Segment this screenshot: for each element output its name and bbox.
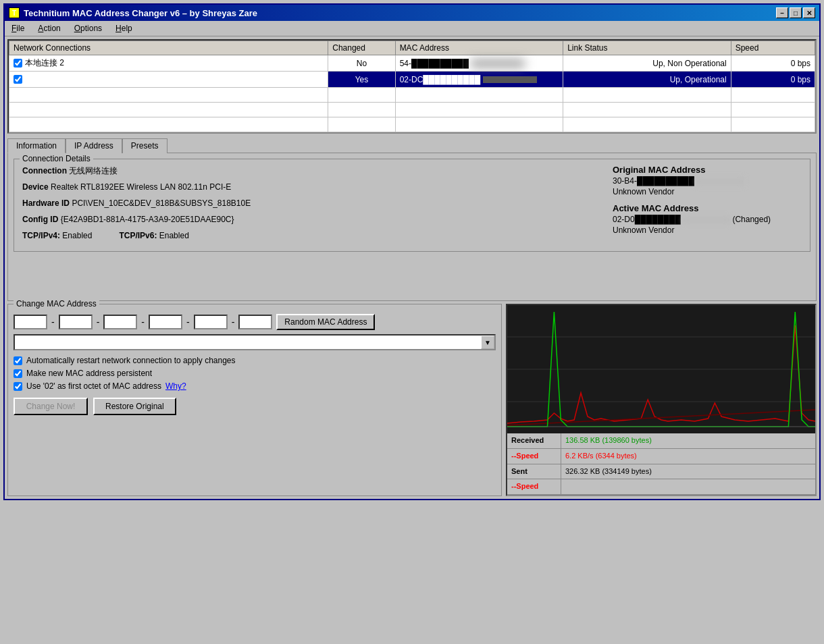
mac-input-row: - - - - - Random MAC Address xyxy=(14,314,496,330)
row1-name: 本地连接 2 xyxy=(9,55,328,72)
col-header-mac: MAC Address xyxy=(395,41,563,55)
network-table: Network Connections Changed MAC Address … xyxy=(9,41,815,132)
tcp-row: TCP/IPv4: Enabled TCP/IPv6: Enabled xyxy=(22,230,599,242)
menu-action[interactable]: Action xyxy=(34,22,64,34)
checkbox-persistent-row: Make new MAC address persistent xyxy=(14,369,496,378)
menu-help[interactable]: Help xyxy=(111,22,136,34)
details-group-title: Connection Details xyxy=(20,154,93,163)
sent-speed-value xyxy=(561,479,569,494)
tab-content: Connection Details Connection 无线网络连接 Dev… xyxy=(7,153,817,301)
sent-speed-label: --Speed xyxy=(507,479,561,494)
received-value: 136.58 KB (139860 bytes) xyxy=(561,433,656,448)
row1-mac: 54-██████████ xyxy=(395,55,563,72)
received-row: Received 136.58 KB (139860 bytes) xyxy=(507,433,815,449)
device-row: Device Realtek RTL8192EE Wireless LAN 80… xyxy=(22,181,599,193)
menu-options[interactable]: Options xyxy=(70,22,106,34)
config-id-row: Config ID {E42A9BD1-881A-4175-A3A9-20E51… xyxy=(22,213,599,225)
tabs-section: Information IP Address Presets Connectio… xyxy=(7,138,817,301)
menu-bar: File Action Options Help xyxy=(5,21,819,36)
connection-details-group: Connection Details Connection 无线网络连接 Dev… xyxy=(14,159,810,252)
active-vendor: Unknown Vendor xyxy=(613,225,802,235)
row1-checkbox[interactable] xyxy=(14,59,22,68)
graph-svg xyxy=(507,305,815,433)
mac-octet-4[interactable] xyxy=(149,315,182,329)
checkbox-auto-restart-label: Automatically restart network connection… xyxy=(26,356,236,365)
row2-checkbox[interactable] xyxy=(14,75,22,84)
row1-link: Up, Non Operational xyxy=(563,55,731,72)
restore-button[interactable]: □ xyxy=(790,7,802,18)
original-vendor: Unknown Vendor xyxy=(613,187,802,196)
preset-dropdown-wrapper: ▼ xyxy=(14,334,496,350)
col-header-speed: Speed xyxy=(731,41,815,55)
mac-octet-6[interactable] xyxy=(238,315,272,329)
col-header-connections: Network Connections xyxy=(9,41,328,55)
sent-value: 326.32 KB (334149 bytes) xyxy=(561,464,656,479)
checkbox-first-octet[interactable] xyxy=(14,382,22,391)
mac-sep-3: - xyxy=(141,317,145,327)
table-row[interactable]: 本地连接 2 No 54-██████████ Up, Non Operatio… xyxy=(9,55,815,72)
title-bar: T Technitium MAC Address Changer v6 – by… xyxy=(5,5,819,21)
received-speed-value: 6.2 KB/s (6344 bytes) xyxy=(561,449,641,464)
table-row[interactable]: 无线网络连接 Yes 02-DC██████████ Up, Operation… xyxy=(9,72,815,88)
received-speed-row: --Speed 6.2 KB/s (6344 bytes) xyxy=(507,449,815,464)
row2-mac: 02-DC██████████ xyxy=(395,72,563,88)
table-row-empty xyxy=(9,117,815,132)
close-button[interactable]: ✕ xyxy=(803,7,815,18)
sent-label: Sent xyxy=(507,464,561,479)
checkbox-persistent-label: Make new MAC address persistent xyxy=(26,369,152,378)
checkbox-auto-restart-row: Automatically restart network connection… xyxy=(14,356,496,365)
details-left: Connection 无线网络连接 Device Realtek RTL8192… xyxy=(22,165,599,246)
random-mac-button[interactable]: Random MAC Address xyxy=(276,314,375,330)
table-row-empty xyxy=(9,103,815,117)
table-row-empty xyxy=(9,88,815,103)
original-mac-title: Original MAC Address xyxy=(613,165,802,175)
bottom-section: Change MAC Address - - - - - Random MAC … xyxy=(7,304,817,496)
action-buttons: Change Now! Restore Original xyxy=(14,398,496,415)
tab-presets[interactable]: Presets xyxy=(122,138,168,153)
why-link[interactable]: Why? xyxy=(165,381,186,391)
tab-ip-address[interactable]: IP Address xyxy=(66,138,122,153)
sent-row: Sent 326.32 KB (334149 bytes) xyxy=(507,464,815,480)
connection-row: Connection 无线网络连接 xyxy=(22,165,599,177)
row1-speed: 0 bps xyxy=(731,55,815,72)
details-right: Original MAC Address 30-B4-██████████ Un… xyxy=(613,165,802,246)
mac-sep-4: - xyxy=(186,317,190,327)
checkbox-first-octet-row: Use '02' as first octet of MAC address W… xyxy=(14,381,496,391)
active-mac-title: Active MAC Address xyxy=(613,203,802,213)
tab-information[interactable]: Information xyxy=(7,138,66,153)
sent-speed-row: --Speed xyxy=(507,479,815,495)
graph-stats: Received 136.58 KB (139860 bytes) --Spee… xyxy=(507,433,815,495)
window-title: Technitium MAC Address Changer v6 – by S… xyxy=(24,8,257,18)
received-label: Received xyxy=(507,433,561,448)
row2-link: Up, Operational xyxy=(563,72,731,88)
title-bar-left: T Technitium MAC Address Changer v6 – by… xyxy=(9,7,257,18)
main-window: T Technitium MAC Address Changer v6 – by… xyxy=(3,3,821,500)
mac-sep-1: - xyxy=(51,317,55,327)
graph-section: Received 136.58 KB (139860 bytes) --Spee… xyxy=(506,304,817,496)
mac-octet-1[interactable] xyxy=(14,315,47,329)
preset-dropdown-row: ▼ xyxy=(14,334,496,350)
network-table-container: Network Connections Changed MAC Address … xyxy=(7,39,817,134)
row2-name: 无线网络连接 xyxy=(9,72,328,88)
checkbox-auto-restart[interactable] xyxy=(14,356,22,365)
mac-sep-2: - xyxy=(97,317,100,327)
checkbox-persistent[interactable] xyxy=(14,369,22,378)
details-layout: Connection 无线网络连接 Device Realtek RTL8192… xyxy=(22,165,802,246)
col-header-changed: Changed xyxy=(328,41,395,55)
mac-octet-2[interactable] xyxy=(59,315,93,329)
network-graph xyxy=(507,305,815,433)
restore-original-button[interactable]: Restore Original xyxy=(93,398,176,415)
change-now-button[interactable]: Change Now! xyxy=(14,398,88,415)
col-header-link: Link Status xyxy=(563,41,731,55)
title-buttons: – □ ✕ xyxy=(776,7,815,18)
checkbox-first-octet-label: Use '02' as first octet of MAC address xyxy=(26,381,161,391)
tab-header: Information IP Address Presets xyxy=(7,138,817,153)
dropdown-arrow-icon[interactable]: ▼ xyxy=(481,336,494,349)
minimize-button[interactable]: – xyxy=(776,7,788,18)
mac-octet-3[interactable] xyxy=(103,315,137,329)
active-mac-value: 02-D0████████ (Changed) xyxy=(613,215,802,224)
preset-input[interactable] xyxy=(14,334,496,350)
mac-octet-5[interactable] xyxy=(194,315,228,329)
menu-file[interactable]: File xyxy=(7,22,28,34)
app-icon: T xyxy=(9,7,20,18)
